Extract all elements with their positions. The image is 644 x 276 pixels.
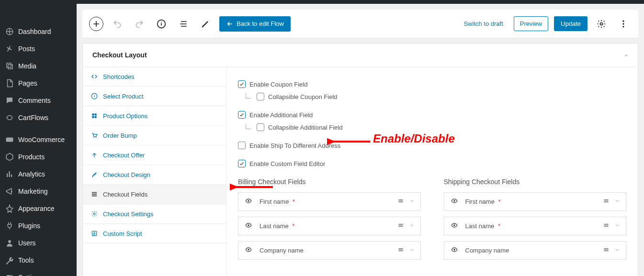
subnav-label: Checkout Fields <box>103 191 147 198</box>
enable-additional-row[interactable]: Enable Additional Field <box>238 111 626 119</box>
field-row[interactable]: Last name * <box>238 217 421 235</box>
checkbox-icon <box>238 160 246 167</box>
enable-coupon-row[interactable]: Enable Coupon Field <box>238 80 626 88</box>
checkbox-icon <box>257 123 264 131</box>
checkbox-icon <box>257 93 264 100</box>
admin-menu-woocommerce[interactable]: WooCommerce <box>0 131 77 148</box>
subnav-checkout-fields[interactable]: Checkout Fields <box>83 185 226 204</box>
settings-pane: Enable Coupon Field Collapsible Coupon F… <box>226 67 638 276</box>
back-to-flow-button[interactable]: Back to edit Flow <box>219 16 291 32</box>
admin-menu-settings[interactable]: Settings <box>0 269 77 276</box>
collapsible-additional-row[interactable]: Collapsible Additional Field <box>246 123 626 131</box>
expand-icon[interactable] <box>409 247 415 254</box>
expand-icon[interactable] <box>409 222 415 230</box>
outline-button[interactable] <box>175 16 192 32</box>
settings-icon <box>5 273 14 276</box>
subnav-icon <box>90 73 98 80</box>
subnav-icon <box>90 151 98 159</box>
subnav-icon <box>90 132 98 139</box>
preview-button[interactable]: Preview <box>514 16 548 31</box>
drag-handle-icon[interactable] <box>397 198 404 206</box>
field-row[interactable]: Company name <box>444 241 627 260</box>
visibility-icon[interactable] <box>450 222 459 230</box>
subnav-checkout-design[interactable]: Checkout Design <box>83 165 226 185</box>
field-row[interactable]: First name * <box>444 192 627 211</box>
menu-label: CartFlows <box>18 114 48 121</box>
admin-menu-products[interactable]: Products <box>0 148 77 166</box>
menu-label: Comments <box>18 97 51 104</box>
annotation-arrow-2 <box>230 182 273 192</box>
field-row[interactable]: Last name * <box>444 217 627 235</box>
admin-menu-appearance[interactable]: Appearance <box>0 200 77 217</box>
subnav-label: Order Bump <box>103 132 137 139</box>
marketing-icon <box>5 187 14 196</box>
subnav-select-product[interactable]: Select Product <box>83 87 226 106</box>
field-row[interactable]: First name * <box>238 192 421 211</box>
admin-menu-analytics[interactable]: Analytics <box>0 166 77 183</box>
required-marker: * <box>498 198 501 205</box>
undo-button[interactable] <box>109 16 125 32</box>
expand-icon[interactable] <box>409 198 415 205</box>
drag-handle-icon[interactable] <box>603 246 610 254</box>
collapse-icon <box>623 52 629 60</box>
subnav-checkout-settings[interactable]: Checkout Settings <box>83 204 226 224</box>
annotation-text: Enable/Disable <box>373 132 455 145</box>
checkbox-label: Enable Custom Field Editor <box>249 160 325 167</box>
field-label: First name * <box>465 198 603 205</box>
switch-to-draft-link[interactable]: Switch to draft <box>463 20 503 27</box>
field-row[interactable]: Company name <box>238 241 421 260</box>
subnav-checkout-offer[interactable]: Checkout Offer <box>83 145 226 165</box>
checkbox-label: Enable Coupon Field <box>249 81 307 88</box>
visibility-icon[interactable] <box>244 198 253 206</box>
menu-label: Products <box>18 153 45 161</box>
checkout-layout-panel: Checkout Layout ShortcodesSelect Product… <box>82 43 638 276</box>
edit-button[interactable] <box>197 16 214 32</box>
subnav-label: Custom Script <box>103 230 142 237</box>
expand-icon[interactable] <box>614 222 620 230</box>
visibility-icon[interactable] <box>450 246 459 254</box>
expand-icon[interactable] <box>614 198 620 205</box>
info-button[interactable] <box>153 16 169 32</box>
admin-menu-posts[interactable]: Posts <box>0 40 77 57</box>
panel-title: Checkout Layout <box>92 51 147 59</box>
admin-menu-tools[interactable]: Tools <box>0 252 77 269</box>
subnav-shortcodes[interactable]: Shortcodes <box>83 67 226 87</box>
more-options-button[interactable] <box>615 16 632 32</box>
panel-header[interactable]: Checkout Layout <box>83 44 638 67</box>
drag-handle-icon[interactable] <box>397 222 404 230</box>
admin-menu-plugins[interactable]: Plugins <box>0 217 77 234</box>
menu-label: Tools <box>18 256 34 264</box>
admin-menu-users[interactable]: Users <box>0 234 77 252</box>
settings-gear-button[interactable] <box>593 16 610 32</box>
checkbox-icon <box>238 111 246 119</box>
admin-menu-marketing[interactable]: Marketing <box>0 183 77 200</box>
subnav-product-options[interactable]: Product Options <box>83 106 226 126</box>
menu-label: Plugins <box>18 222 40 230</box>
expand-icon[interactable] <box>614 247 620 254</box>
admin-menu-dashboard[interactable]: Dashboard <box>0 23 77 40</box>
drag-handle-icon[interactable] <box>397 246 404 254</box>
visibility-icon[interactable] <box>244 246 253 254</box>
admin-menu-comments[interactable]: Comments <box>0 92 77 109</box>
subnav-icon <box>90 210 98 218</box>
admin-menu-media[interactable]: Media <box>0 57 77 75</box>
add-block-button[interactable] <box>89 17 103 31</box>
subnav-icon <box>90 171 98 178</box>
required-marker: * <box>292 222 294 230</box>
drag-handle-icon[interactable] <box>603 222 610 230</box>
tools-icon <box>5 255 14 265</box>
enable-custom-editor-row[interactable]: Enable Custom Field Editor <box>238 160 626 167</box>
collapsible-coupon-row[interactable]: Collapsible Coupon Field <box>246 93 626 100</box>
update-button[interactable]: Update <box>554 16 588 31</box>
visibility-icon[interactable] <box>450 198 459 206</box>
admin-menu-cartflows[interactable]: CartFlows <box>0 109 77 126</box>
subnav-label: Checkout Design <box>103 171 150 178</box>
admin-menu-pages[interactable]: Pages <box>0 75 77 92</box>
subnav-custom-script[interactable]: Custom Script <box>83 224 226 243</box>
drag-handle-icon[interactable] <box>603 198 610 206</box>
redo-button[interactable] <box>131 16 147 32</box>
subnav-order-bump[interactable]: Order Bump <box>83 126 226 145</box>
checkbox-label: Collapsible Coupon Field <box>268 93 338 100</box>
visibility-icon[interactable] <box>244 222 253 230</box>
editor-toolbar: Back to edit Flow Switch to draft Previe… <box>82 10 638 38</box>
